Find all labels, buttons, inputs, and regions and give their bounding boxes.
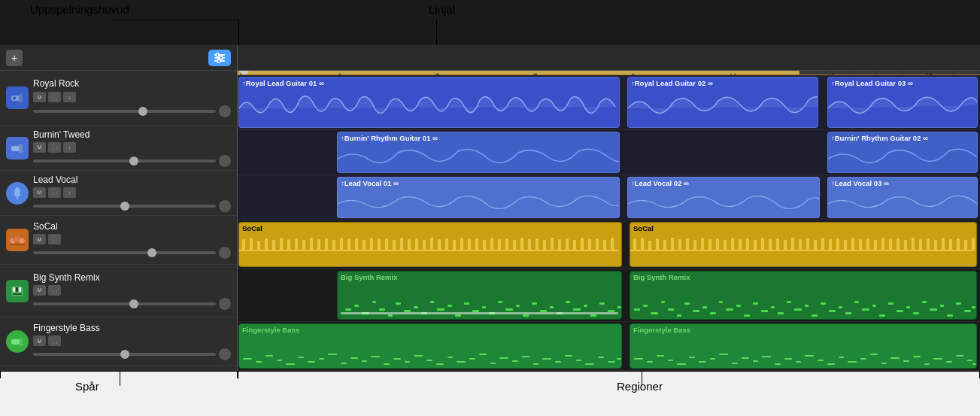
svg-rect-153 (839, 357, 844, 358)
svg-rect-63 (684, 302, 690, 305)
track-headphones-socal[interactable]: 🎧 (48, 234, 61, 244)
svg-rect-37 (455, 314, 461, 317)
track-pan-burnin[interactable] (219, 155, 231, 167)
tracks-toolbar: + (0, 45, 238, 70)
track-big-synth-remix: Big Synth Remix M 🎧 (0, 265, 237, 317)
track-burnin-tweed: Burnin' Tweed M 🎧 ↓ (0, 126, 237, 171)
svg-rect-131 (598, 357, 604, 358)
svg-rect-146 (762, 356, 771, 357)
svg-rect-10 (19, 144, 23, 153)
svg-rect-128 (565, 355, 572, 357)
region-royal-1[interactable]: ↑Royal Lead Guitar 01 ∞ (238, 77, 620, 128)
svg-rect-87 (888, 302, 894, 305)
svg-rect-159 (903, 360, 909, 362)
region-vocal-3[interactable]: ↑Lead Vocal 03 ∞ (827, 177, 978, 218)
svg-rect-81 (839, 306, 842, 308)
region-vocal-1[interactable]: ↑Lead Vocal 01 ∞ (337, 177, 620, 218)
svg-rect-25 (354, 305, 359, 307)
svg-rect-147 (775, 363, 781, 365)
region-socal-1[interactable]: SoCal (238, 222, 622, 267)
svg-rect-32 (414, 306, 418, 308)
svg-rect-73 (771, 306, 775, 308)
region-vocal-2[interactable]: ↑Lead Vocal 02 ∞ (627, 177, 820, 218)
add-track-button[interactable]: + (6, 50, 23, 66)
svg-rect-21 (13, 293, 22, 295)
region-royal-2[interactable]: ↑Royal Lead Guitar 02 ∞ (627, 77, 818, 128)
region-socal-2[interactable]: SoCal (630, 222, 977, 267)
annotation-bracket-left (113, 20, 239, 20)
svg-rect-40 (482, 306, 486, 308)
region-label-royal-2: ↑Royal Lead Guitar 02 ∞ (628, 77, 818, 89)
track-record-burnin[interactable]: ↓ (63, 142, 76, 153)
playhead (244, 71, 245, 74)
region-fingerstyle-1[interactable]: Fingerstyle Bass (238, 323, 622, 369)
svg-rect-12 (17, 197, 18, 199)
track-headphones-synth[interactable]: 🎧 (48, 285, 61, 296)
region-label-royal-1: ↑Royal Lead Guitar 01 ∞ (239, 77, 619, 89)
svg-rect-101 (277, 360, 282, 361)
region-label-royal-3: ↑Royal Lead Guitar 03 ∞ (828, 77, 977, 89)
svg-rect-110 (371, 356, 380, 357)
svg-rect-50 (566, 301, 570, 303)
svg-rect-109 (362, 360, 367, 362)
region-label-vocal-3: ↑Lead Vocal 03 ∞ (828, 178, 977, 189)
track-mute-burnin[interactable]: M (33, 142, 46, 153)
svg-rect-99 (256, 361, 262, 363)
svg-rect-80 (829, 310, 836, 312)
track-pan-fingerstyle[interactable] (219, 348, 231, 360)
svg-point-4 (220, 56, 223, 59)
svg-rect-93 (940, 305, 944, 307)
svg-rect-36 (448, 305, 452, 307)
svg-rect-77 (805, 305, 809, 307)
region-synth-2[interactable]: Big Synth Remix (630, 271, 977, 320)
region-label-burnin-2: ↑Burnin' Rhythm Guitar 02 ∞ (828, 132, 977, 144)
svg-rect-152 (827, 363, 835, 365)
track-mute-socal[interactable]: M (33, 234, 46, 244)
region-synth-1[interactable]: Big Synth Remix (337, 271, 622, 320)
svg-rect-96 (964, 310, 971, 312)
svg-rect-94 (947, 314, 953, 317)
region-row-fingerstyle: Fingerstyle Bass (238, 322, 980, 371)
track-name-burnin-tweed: Burnin' Tweed (33, 129, 231, 140)
region-burnin-2[interactable]: ↑Burnin' Rhythm Guitar 02 ∞ (827, 132, 978, 173)
svg-rect-130 (585, 363, 594, 365)
track-mute-fingerstyle[interactable]: M (33, 336, 46, 346)
svg-rect-95 (956, 302, 961, 305)
track-headphones-vocal[interactable]: 🎧 (48, 187, 61, 198)
svg-rect-166 (972, 363, 976, 365)
svg-rect-137 (668, 360, 673, 361)
svg-rect-53 (590, 314, 596, 317)
svg-rect-16 (10, 244, 25, 245)
track-pan-vocal[interactable] (219, 200, 231, 212)
svg-rect-145 (753, 360, 758, 362)
track-mute-vocal[interactable]: M (33, 187, 46, 198)
svg-rect-129 (576, 360, 581, 361)
svg-rect-133 (617, 358, 621, 360)
svg-rect-104 (308, 361, 315, 363)
track-pan-synth[interactable] (219, 298, 231, 310)
track-headphones-royal-rock[interactable]: 🎧 (48, 92, 61, 102)
smart-controls-button[interactable] (208, 50, 231, 66)
region-label-fingerstyle-2: Fingerstyle Bass (630, 324, 976, 336)
track-mute-synth[interactable]: M (33, 285, 46, 296)
track-record-royal-rock[interactable]: ↓ (63, 92, 76, 102)
region-burnin-1[interactable]: ↑Burnin' Rhythm Guitar 01 ∞ (337, 132, 620, 173)
track-mute-royal-rock[interactable]: M (33, 92, 46, 102)
track-headphones-burnin[interactable]: 🎧 (48, 142, 61, 153)
svg-rect-38 (464, 302, 469, 305)
region-royal-3[interactable]: ↑Royal Lead Guitar 03 ∞ (827, 77, 978, 128)
svg-rect-114 (414, 355, 423, 357)
region-fingerstyle-2[interactable]: Fingerstyle Bass (630, 323, 977, 369)
region-label-vocal-1: ↑Lead Vocal 01 ∞ (338, 178, 619, 189)
track-pan-socal[interactable] (219, 247, 231, 259)
track-record-vocal[interactable]: ↓ (63, 187, 76, 198)
svg-rect-18 (13, 287, 15, 292)
track-pan-royal-rock[interactable] (219, 105, 231, 117)
svg-rect-151 (818, 360, 824, 361)
regioner-line-up (642, 371, 642, 386)
track-headphones-fingerstyle[interactable]: 🎧 (48, 336, 61, 346)
svg-rect-119 (469, 358, 475, 360)
svg-rect-34 (430, 301, 434, 303)
region-label-vocal-2: ↑Lead Vocal 02 ∞ (628, 178, 819, 189)
svg-rect-125 (533, 363, 539, 365)
